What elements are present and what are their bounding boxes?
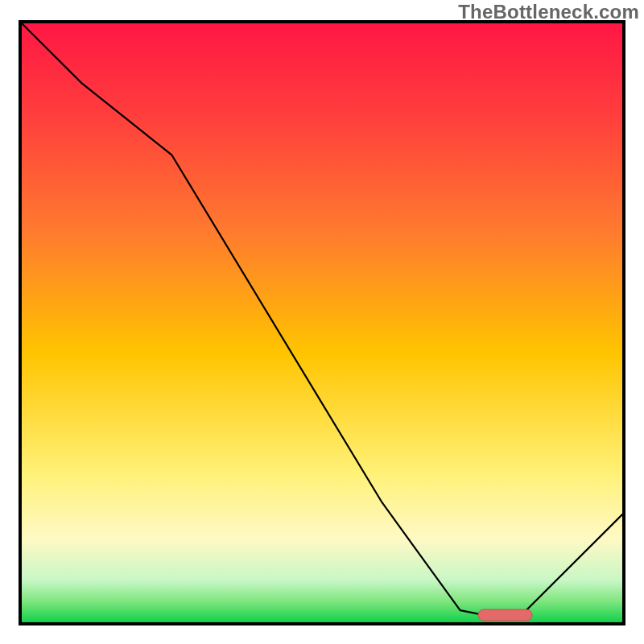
optimal-range-marker (478, 609, 532, 621)
plot-svg (22, 23, 622, 622)
plot-frame (19, 20, 625, 625)
watermark-text: TheBottleneck.com (458, 1, 639, 23)
gradient-background (22, 23, 622, 622)
chart-root: TheBottleneck.com (0, 0, 644, 644)
